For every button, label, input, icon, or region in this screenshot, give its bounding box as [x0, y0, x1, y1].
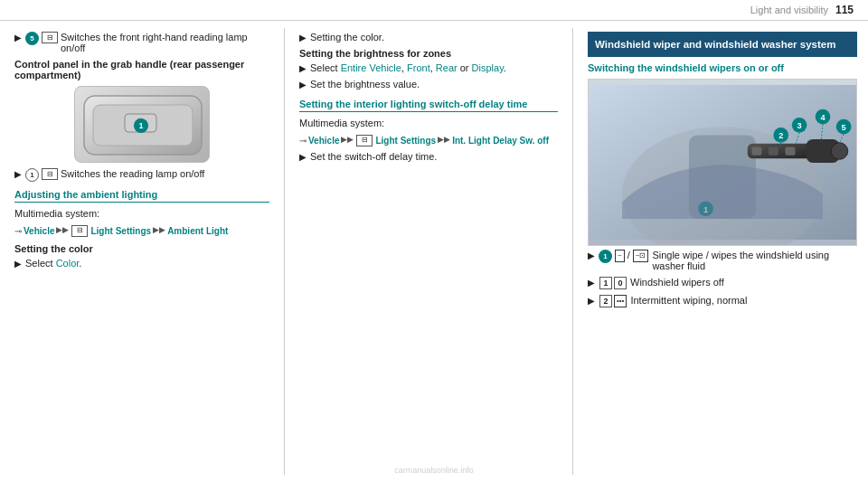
- nav-chevron-mid-2: ▶▶: [438, 134, 450, 146]
- svg-text:3: 3: [797, 121, 802, 130]
- display-link[interactable]: Display: [472, 62, 504, 73]
- svg-text:4: 4: [820, 113, 826, 122]
- nav-icon-left: ⊟: [71, 225, 88, 237]
- nav-chevron-left-1: ▶▶: [56, 224, 69, 237]
- wipe-icon-2: ~⊡: [633, 250, 649, 262]
- num-badge-1: 1: [599, 277, 612, 289]
- nav-arrow-left: ⊸: [14, 224, 22, 238]
- nav-path-left: ⊸ Vehicle ▶▶ ⊟ Light Settings ▶▶ Ambient…: [14, 224, 269, 238]
- nav-ambient-left[interactable]: Ambient Light: [167, 224, 228, 238]
- bullet-text-r3: Intermittent wiping, normal: [630, 295, 747, 306]
- bullet-arrow-r2: ▶: [588, 278, 595, 288]
- section-switching-wipers: Switching the windshield wipers on or of…: [588, 62, 857, 73]
- mid-column: ▶ Setting the color. Setting the brightn…: [288, 28, 569, 475]
- page-number: 115: [835, 4, 854, 16]
- front-link[interactable]: Front: [407, 62, 430, 73]
- bullet-arrow-r1: ▶: [588, 250, 595, 260]
- bullet-text-r1: Single wipe / wipes the windshield using…: [652, 250, 857, 271]
- left-column: ▶ 5 ⊟ Switches the front right-hand read…: [0, 28, 280, 475]
- section-set-color: Setting the color: [14, 243, 269, 254]
- bullet-switch-off-delay: ▶ Set the switch-off delay time.: [299, 151, 558, 162]
- badge-r1: 1: [599, 250, 612, 263]
- svg-text:5: 5: [842, 123, 846, 132]
- nav-arrow-mid: ⊸: [299, 134, 307, 147]
- svg-point-9: [831, 143, 848, 160]
- nav-icon-mid: ⊟: [356, 135, 373, 146]
- bullet-arrow-m3: ▶: [299, 80, 307, 90]
- header-bar: Light and visibility 115: [0, 0, 868, 21]
- wiper-svg: 5 4 3 2 1: [589, 80, 856, 245]
- bullet-arrow-2: ▶: [14, 169, 22, 179]
- bullet-arrow-m1: ▶: [299, 33, 307, 43]
- lamp-icon-1: ⊟: [42, 32, 58, 43]
- svg-rect-10: [751, 146, 761, 155]
- watermark: carmanualsonline.info: [394, 466, 474, 475]
- header-title: Light and visibility: [750, 5, 828, 15]
- nav-chevron-left-2: ▶▶: [153, 224, 165, 237]
- bullet-text-m1: Setting the color.: [310, 32, 384, 43]
- color-link[interactable]: Color: [56, 258, 80, 269]
- svg-rect-11: [769, 146, 778, 155]
- content-area: ▶ 5 ⊟ Switches the front right-hand read…: [0, 21, 868, 482]
- nav-light-settings-mid[interactable]: Light Settings: [375, 134, 436, 147]
- num-badge-0: 0: [614, 277, 627, 289]
- num-badge-2: 2: [599, 295, 612, 307]
- right-column: Windshield wiper and windshield washer s…: [577, 28, 868, 475]
- rear-link[interactable]: Rear: [436, 62, 458, 73]
- section-brightness: Setting the brightness for zones: [299, 48, 558, 59]
- bullet-text-2: Switches the reading lamp on/off: [61, 168, 204, 179]
- divider-1: [284, 28, 285, 475]
- section-switch-off: Setting the interior lighting switch-off…: [299, 99, 558, 112]
- badge-5: 5: [25, 32, 39, 45]
- bullet-setting-color: ▶ Setting the color.: [299, 32, 558, 43]
- bullet-select-color: ▶ Select Color.: [14, 258, 269, 269]
- entire-vehicle-link[interactable]: Entire Vehicle: [341, 62, 401, 73]
- bullet-text-m2: Select Entire Vehicle, Front, Rear or Di…: [310, 62, 506, 73]
- svg-rect-12: [785, 146, 795, 155]
- multimedia-label-mid: Multimedia system:: [299, 116, 558, 131]
- wiper-diagram: 5 4 3 2 1: [588, 79, 857, 246]
- bullet-select-zone: ▶ Select Entire Vehicle, Front, Rear or …: [299, 62, 558, 73]
- bullet-brightness-val: ▶ Set the brightness value.: [299, 79, 558, 90]
- bullet-text-1: Switches the front right-hand reading la…: [61, 32, 269, 53]
- lamp-icon-2: ⊟: [42, 168, 58, 180]
- bullet-arrow-1: ▶: [14, 33, 22, 43]
- bullet-text-m3: Set the brightness value.: [310, 79, 420, 90]
- bullet-arrow-m2: ▶: [299, 63, 307, 73]
- nav-light-settings-left[interactable]: Light Settings: [90, 224, 151, 238]
- svg-text:2: 2: [778, 131, 783, 140]
- bullet-text-m4: Set the switch-off delay time.: [310, 151, 437, 162]
- nav-path-mid: ⊸ Vehicle ▶▶ ⊟ Light Settings ▶▶ Int. Li…: [299, 134, 558, 147]
- wipe-icon-1: ~: [615, 250, 625, 262]
- blue-box-header: Windshield wiper and windshield washer s…: [588, 32, 857, 57]
- bullet-wipers-off: ▶ 1 0 Windshield wipers off: [588, 277, 857, 289]
- multimedia-label-left: Multimedia system:: [14, 206, 269, 222]
- bullet-intermittent: ▶ 2 ••• Intermittent wiping, normal: [588, 295, 857, 307]
- bullet-arrow-r3: ▶: [588, 296, 595, 306]
- bullet-front-lamp: ▶ 5 ⊟ Switches the front right-hand read…: [14, 32, 269, 53]
- section-control-panel: Control panel in the grab handle (rear p…: [14, 59, 269, 80]
- handle-number-1: 1: [134, 118, 148, 133]
- nav-light-delay-mid[interactable]: Int. Light Delay Sw. off: [452, 134, 549, 147]
- divider-2: [572, 28, 573, 475]
- grab-handle-image: 1: [74, 86, 210, 163]
- blue-box-title: Windshield wiper and windshield washer s…: [595, 37, 850, 52]
- nav-vehicle-left[interactable]: Vehicle: [24, 224, 54, 238]
- slash-r1: /: [627, 250, 630, 260]
- bullet-reading-lamp: ▶ 1 ⊟ Switches the reading lamp on/off: [14, 168, 269, 182]
- badge-1: 1: [25, 168, 39, 182]
- bullet-single-wipe: ▶ 1 ~ / ~⊡ Single wipe / wipes the winds…: [588, 250, 857, 271]
- section-ambient: Adjusting the ambient lighting: [14, 189, 269, 203]
- bullet-text-r2: Windshield wipers off: [630, 277, 724, 288]
- bullet-text-3: Select Color.: [25, 258, 81, 269]
- bullet-arrow-m4: ▶: [299, 152, 307, 162]
- dots-icon: •••: [614, 295, 627, 307]
- bullet-arrow-3: ▶: [14, 259, 22, 269]
- nav-chevron-mid-1: ▶▶: [341, 134, 354, 146]
- nav-vehicle-mid[interactable]: Vehicle: [308, 134, 339, 147]
- page-container: Light and visibility 115 ▶ 5 ⊟ Switches …: [0, 0, 868, 482]
